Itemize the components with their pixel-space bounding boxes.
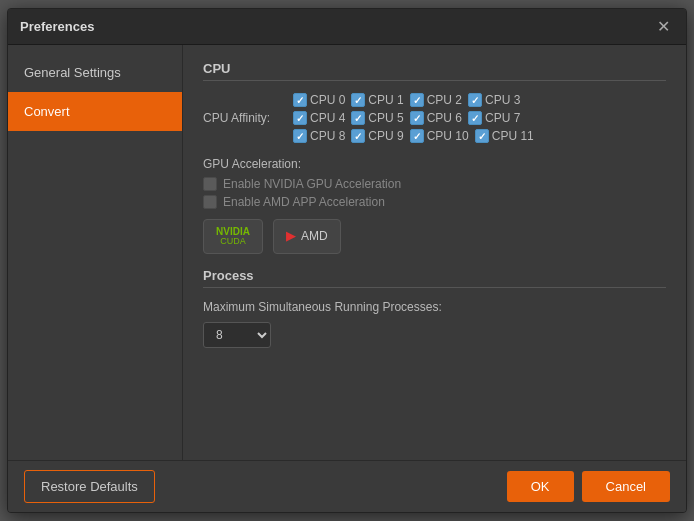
process-section-title: Process xyxy=(203,268,666,288)
cpu-row-2: CPU Affinity: CPU 4 CPU 5 CPU 6 CPU 7 xyxy=(203,111,666,125)
process-count-select[interactable]: 1 2 4 6 8 12 16 xyxy=(203,322,271,348)
cpu-check-2[interactable]: CPU 2 xyxy=(410,93,462,107)
footer-actions: OK Cancel xyxy=(507,471,670,502)
cpu-check-6[interactable]: CPU 6 xyxy=(410,111,462,125)
cpu-check-7[interactable]: CPU 7 xyxy=(468,111,520,125)
sidebar: General Settings Convert xyxy=(8,45,183,460)
cpu-3-checkbox[interactable] xyxy=(468,93,482,107)
cpu-9-checkbox[interactable] xyxy=(351,129,365,143)
preferences-dialog: Preferences ✕ General Settings Convert C… xyxy=(7,8,687,513)
cpu-row-3: CPU 8 CPU 9 CPU 10 CPU 11 xyxy=(203,129,666,143)
nvidia-checkbox[interactable] xyxy=(203,177,217,191)
cpu-0-checkbox[interactable] xyxy=(293,93,307,107)
restore-defaults-button[interactable]: Restore Defaults xyxy=(24,470,155,503)
cpu-check-9[interactable]: CPU 9 xyxy=(351,129,403,143)
amd-checkbox[interactable] xyxy=(203,195,217,209)
cpu-check-5[interactable]: CPU 5 xyxy=(351,111,403,125)
amd-button[interactable]: ▶ AMD xyxy=(273,219,341,254)
cpu-check-3[interactable]: CPU 3 xyxy=(468,93,520,107)
gpu-section-title: GPU Acceleration: xyxy=(203,157,666,171)
gpu-buttons: NVIDIA CUDA ▶ AMD xyxy=(203,219,666,254)
cpu-10-checkbox[interactable] xyxy=(410,129,424,143)
gpu-section: GPU Acceleration: Enable NVIDIA GPU Acce… xyxy=(203,157,666,254)
cpu-check-1[interactable]: CPU 1 xyxy=(351,93,403,107)
amd-icon: ▶ xyxy=(286,229,295,243)
process-desc: Maximum Simultaneous Running Processes: xyxy=(203,300,666,314)
cancel-button[interactable]: Cancel xyxy=(582,471,670,502)
cpu-6-checkbox[interactable] xyxy=(410,111,424,125)
cpu-affinity-grid: CPU 0 CPU 1 CPU 2 CPU 3 CPU Affinity: CP… xyxy=(203,93,666,143)
main-content: CPU CPU 0 CPU 1 CPU 2 CPU 3 CPU Affinity… xyxy=(183,45,686,460)
nvidia-button[interactable]: NVIDIA CUDA xyxy=(203,219,263,254)
dialog-footer: Restore Defaults OK Cancel xyxy=(8,460,686,512)
ok-button[interactable]: OK xyxy=(507,471,574,502)
amd-label: AMD xyxy=(301,229,328,243)
sidebar-item-convert[interactable]: Convert xyxy=(8,92,182,131)
cpu-1-checkbox[interactable] xyxy=(351,93,365,107)
cpu-check-11[interactable]: CPU 11 xyxy=(475,129,534,143)
cpu-checks-row1: CPU 0 CPU 1 CPU 2 CPU 3 xyxy=(293,93,520,107)
cpu-checks-row3: CPU 8 CPU 9 CPU 10 CPU 11 xyxy=(293,129,534,143)
cpu-section-title: CPU xyxy=(203,61,666,81)
cpu-check-0[interactable]: CPU 0 xyxy=(293,93,345,107)
cpu-4-checkbox[interactable] xyxy=(293,111,307,125)
cpu-affinity-label: CPU Affinity: xyxy=(203,111,293,125)
nvidia-icon: NVIDIA CUDA xyxy=(216,226,250,247)
amd-option: Enable AMD APP Acceleration xyxy=(203,195,666,209)
cpu-5-checkbox[interactable] xyxy=(351,111,365,125)
cpu-7-checkbox[interactable] xyxy=(468,111,482,125)
cpu-8-checkbox[interactable] xyxy=(293,129,307,143)
cpu-check-10[interactable]: CPU 10 xyxy=(410,129,469,143)
cpu-check-4[interactable]: CPU 4 xyxy=(293,111,345,125)
process-section: Process Maximum Simultaneous Running Pro… xyxy=(203,268,666,348)
sidebar-item-general-settings[interactable]: General Settings xyxy=(8,53,182,92)
cpu-11-checkbox[interactable] xyxy=(475,129,489,143)
dialog-body: General Settings Convert CPU CPU 0 CPU 1… xyxy=(8,45,686,460)
nvidia-option: Enable NVIDIA GPU Acceleration xyxy=(203,177,666,191)
dialog-title: Preferences xyxy=(20,19,94,34)
close-button[interactable]: ✕ xyxy=(653,17,674,37)
title-bar: Preferences ✕ xyxy=(8,9,686,45)
cpu-2-checkbox[interactable] xyxy=(410,93,424,107)
cpu-row-1: CPU 0 CPU 1 CPU 2 CPU 3 xyxy=(203,93,666,107)
cpu-checks-row2: CPU 4 CPU 5 CPU 6 CPU 7 xyxy=(293,111,520,125)
cpu-check-8[interactable]: CPU 8 xyxy=(293,129,345,143)
